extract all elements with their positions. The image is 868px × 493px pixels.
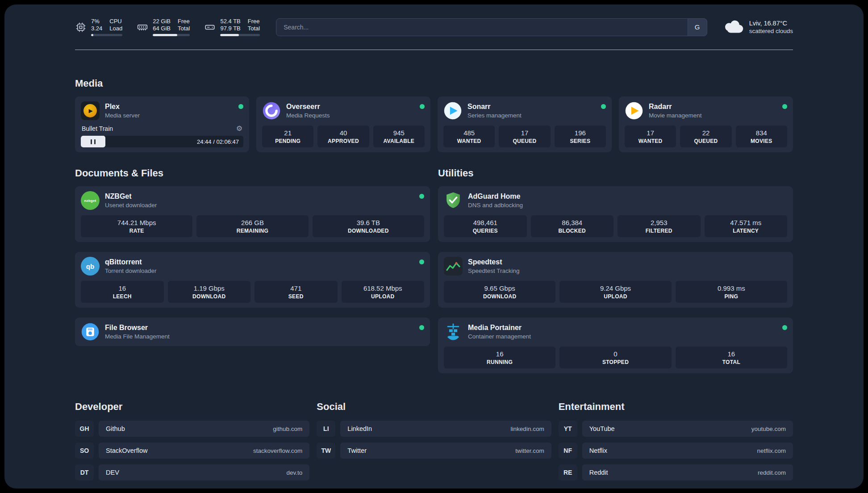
- pause-icon[interactable]: [89, 139, 96, 144]
- service-description: Usenet downloader: [105, 202, 157, 209]
- stat-value: 9.65 Gbps: [446, 284, 554, 292]
- stat-label: LEECH: [83, 293, 162, 300]
- stat-label: QUEUED: [501, 138, 548, 144]
- stat-filtered: 2,953 FILTERED: [618, 215, 701, 237]
- stat-rate: 744.21 Mbps RATE: [81, 215, 192, 237]
- cpu-labels: CPU Load: [109, 18, 122, 32]
- cpu-progress-track: [91, 34, 122, 36]
- disk-total: 97.9 TB: [220, 25, 240, 32]
- bookmark-netflix[interactable]: NF Netflix netflix.com: [559, 443, 793, 459]
- bookmark-linkedin[interactable]: LI LinkedIn linkedin.com: [317, 421, 551, 437]
- stat-upload: 9.24 Gbps UPLOAD: [559, 281, 671, 303]
- stat-value: 22: [682, 129, 730, 137]
- bookmark-abbr: YT: [559, 421, 577, 437]
- service-card-overseerr[interactable]: Overseerr Media Requests 21 PENDING 40 A…: [256, 96, 430, 152]
- stat-label: WANTED: [445, 138, 493, 144]
- bookmark-twitter[interactable]: TW Twitter twitter.com: [317, 443, 551, 459]
- dashboard-screen: 7% 3.24 CPU Load: [0, 0, 868, 493]
- stat-value: 945: [375, 129, 423, 137]
- bookmark-abbr: NF: [559, 443, 577, 459]
- service-card-sonarr[interactable]: Sonarr Series management 485 WANTED 17 Q…: [438, 96, 612, 152]
- bookmark-abbr: TW: [317, 443, 335, 459]
- gear-icon[interactable]: ⚙: [236, 125, 242, 132]
- section-bookmarks: Developer GH Github github.com SO StackO…: [75, 401, 793, 480]
- playback-progress-fill: [81, 136, 105, 147]
- bookmark-link[interactable]: Github github.com: [99, 421, 309, 437]
- bookmark-abbr: DT: [75, 464, 94, 480]
- bookmark-link[interactable]: StackOverflow stackoverflow.com: [99, 443, 309, 459]
- stat-stopped: 0 STOPPED: [559, 347, 671, 368]
- memory-label-bottom: Total: [178, 25, 190, 32]
- bookmark-name: Netflix: [589, 447, 607, 454]
- stat-pending: 21 PENDING: [262, 125, 313, 147]
- service-name: Overseerr: [286, 103, 330, 111]
- bookmark-abbr: SO: [75, 443, 94, 459]
- stat-wanted: 17 WANTED: [625, 125, 676, 147]
- stat-wanted: 485 WANTED: [443, 125, 495, 147]
- service-card-plex[interactable]: ▶ Plex Media server Bullet Train ⚙: [75, 96, 249, 152]
- stat-download: 9.65 Gbps DOWNLOAD: [444, 281, 555, 303]
- service-card-nzbget[interactable]: nzbget NZBGet Usenet downloader 744.21 M…: [75, 186, 430, 242]
- bookmark-abbr: LI: [317, 421, 335, 437]
- bookmark-link[interactable]: DEV dev.to: [99, 464, 309, 480]
- service-card-radarr[interactable]: Radarr Movie management 17 WANTED 22 QUE…: [619, 96, 793, 152]
- disk-progress-fill: [220, 34, 239, 36]
- service-card-filebrowser[interactable]: File Browser Media File Management: [75, 318, 430, 346]
- service-card-qbittorrent[interactable]: qb qBittorrent Torrent downloader 16 LEE…: [75, 252, 430, 308]
- adguard-icon: [444, 191, 463, 210]
- cloud-icon: [723, 19, 744, 35]
- plex-icon: ▶: [81, 101, 100, 120]
- playback-progress-bar[interactable]: 24:44 / 02:06:47: [81, 136, 243, 147]
- bookmark-reddit[interactable]: RE Reddit reddit.com: [559, 464, 793, 480]
- bookmark-list: LI LinkedIn linkedin.com TW Twitter twit…: [317, 421, 551, 459]
- bookmark-link[interactable]: Netflix netflix.com: [582, 443, 793, 459]
- service-description: Speedtest Tracking: [468, 267, 520, 274]
- bookmark-domain: twitter.com: [515, 447, 544, 454]
- media-grid: ▶ Plex Media server Bullet Train ⚙: [75, 96, 793, 152]
- stat-queries: 498,461 QUERIES: [444, 215, 527, 237]
- stat-value: 834: [738, 129, 785, 137]
- filebrowser-icon: [81, 322, 100, 341]
- stat-queued: 17 QUEUED: [499, 125, 550, 147]
- stat-queued: 22 QUEUED: [680, 125, 731, 147]
- bookmark-domain: netflix.com: [757, 447, 786, 454]
- bookmark-domain: github.com: [273, 426, 302, 432]
- stat-label: SEED: [256, 293, 336, 300]
- search-provider-button[interactable]: G: [688, 18, 707, 36]
- service-description: Movie management: [649, 112, 702, 119]
- stat-value: 39.6 TB: [314, 219, 422, 226]
- bookmark-link[interactable]: Reddit reddit.com: [582, 464, 793, 480]
- service-card-speedtest[interactable]: Speedtest Speedtest Tracking 9.65 Gbps D…: [438, 252, 793, 308]
- stat-downloaded: 39.6 TB DOWNLOADED: [313, 215, 424, 237]
- search-bar: G: [276, 18, 707, 36]
- section-columns: Documents & Files nzbget NZBGet Usenet d…: [75, 167, 793, 373]
- bookmark-link[interactable]: Twitter twitter.com: [340, 443, 551, 459]
- stat-seed: 471 SEED: [255, 281, 338, 303]
- stat-label: SERIES: [556, 138, 604, 144]
- memory-values: 22 GiB 64 GiB: [153, 18, 171, 32]
- now-playing-widget: Bullet Train ⚙ 24:44 / 02:06:47: [81, 125, 243, 147]
- stat-value: 40: [319, 129, 367, 137]
- service-name: NZBGet: [105, 192, 157, 201]
- bookmark-link[interactable]: YouTube youtube.com: [582, 421, 793, 437]
- service-card-adguard[interactable]: AdGuard Home DNS and adblocking 498,461 …: [438, 186, 793, 242]
- service-card-portainer[interactable]: Media Portainer Container management 16 …: [438, 318, 793, 373]
- portainer-icon: [444, 322, 463, 341]
- memory-labels: Free Total: [178, 18, 190, 32]
- stat-value: 16: [83, 284, 162, 292]
- search-input[interactable]: [276, 18, 707, 36]
- bookmark-link[interactable]: LinkedIn linkedin.com: [340, 421, 551, 437]
- bookmark-abbr: GH: [75, 421, 94, 437]
- cpu-percent: 7%: [91, 18, 102, 25]
- bookmark-github[interactable]: GH Github github.com: [75, 421, 309, 437]
- weather-widget[interactable]: Lviv, 16.87°C scattered clouds: [723, 19, 793, 35]
- bookmark-name: Reddit: [589, 469, 608, 476]
- bookmark-name: DEV: [106, 469, 119, 476]
- service-stats: 9.65 Gbps DOWNLOAD 9.24 Gbps UPLOAD 0.99…: [444, 281, 787, 303]
- section-title-entertainment: Entertainment: [559, 401, 793, 413]
- bookmark-dev[interactable]: DT DEV dev.to: [75, 464, 309, 480]
- bookmark-youtube[interactable]: YT YouTube youtube.com: [559, 421, 793, 437]
- disk-label-top: Free: [248, 18, 260, 25]
- bookmark-stackoverflow[interactable]: SO StackOverflow stackoverflow.com: [75, 443, 309, 459]
- overseerr-icon: [262, 101, 281, 120]
